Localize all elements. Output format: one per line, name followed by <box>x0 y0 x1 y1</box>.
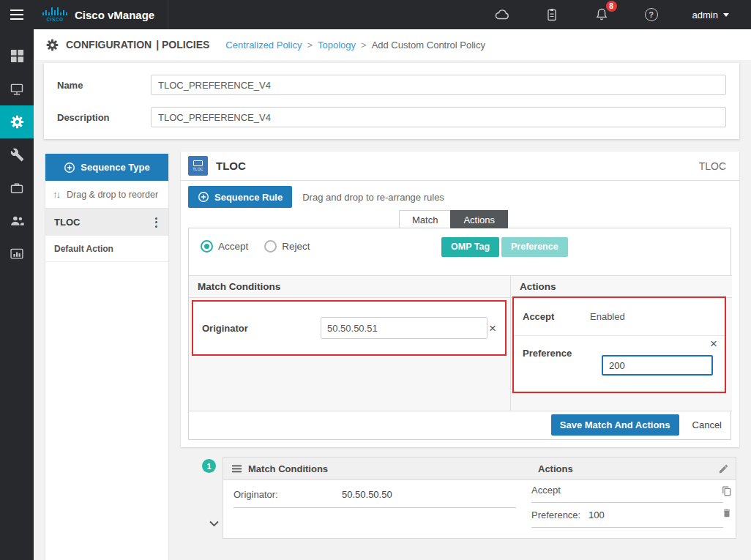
sequence-panel: Sequence Type ↑↓ Drag & drop to reorder … <box>45 154 168 560</box>
top-bar: cisco Cisco vManage 8 ? admin <box>0 0 751 29</box>
sidebar-item-configuration[interactable] <box>0 105 34 138</box>
sequence-rule-card: Match Conditions Actions Originator: 50.… <box>223 457 736 539</box>
breadcrumb: Centralized Policy > Topology > Add Cust… <box>225 40 485 51</box>
preference-input[interactable] <box>602 355 713 376</box>
topbar-actions: 8 ? admin <box>493 6 751 23</box>
sidebar-item-administration[interactable] <box>0 204 34 237</box>
reject-radio[interactable]: Reject <box>264 240 310 253</box>
reorder-hint-row: ↑↓ Drag & drop to reorder <box>45 181 168 209</box>
card-originator-value: 50.50.50.50 <box>342 489 392 500</box>
preference-chip[interactable]: Preference <box>501 237 568 257</box>
add-sequence-rule-button[interactable]: Sequence Rule <box>188 186 292 208</box>
app-title: Cisco vManage <box>75 9 154 21</box>
sidebar-item-maintenance[interactable] <box>0 171 34 204</box>
card-accept-label: Accept <box>531 485 561 496</box>
accept-status-row: Accept Enabled <box>514 298 725 336</box>
name-row: Name <box>57 74 726 96</box>
save-row: Save Match And Actions Cancel <box>189 410 732 439</box>
help-icon[interactable]: ? <box>643 6 660 23</box>
card-accept-row: Accept <box>531 485 723 503</box>
editor-title-bar: TLOC TLOC TLOC <box>181 152 739 181</box>
card-originator-label: Originator: <box>233 489 342 500</box>
page-subtitle: | POLICIES <box>156 39 209 51</box>
card-actions-title: Actions <box>538 463 573 474</box>
accept-radio-label: Accept <box>218 241 248 252</box>
expand-chevron-down-icon[interactable] <box>209 520 220 528</box>
hamburger-menu-icon[interactable] <box>0 0 34 29</box>
remove-originator-icon[interactable]: × <box>489 322 496 335</box>
default-action-item[interactable]: Default Action <box>45 236 168 262</box>
editor-title: TLOC <box>216 160 246 172</box>
match-actions-tabs: Match Actions <box>399 210 508 228</box>
sequence-number-badge: 1 <box>202 459 216 473</box>
add-sequence-type-button[interactable]: Sequence Type <box>45 154 168 181</box>
copy-icon[interactable] <box>722 486 732 496</box>
description-input[interactable] <box>151 107 726 127</box>
item-options-kebab-icon[interactable] <box>153 215 160 230</box>
conditions-area: Match Conditions Originator × Actions Ac… <box>189 275 732 411</box>
trash-icon[interactable] <box>722 508 732 518</box>
accept-reject-row: Accept Reject OMP Tag Preference <box>189 228 731 275</box>
reject-radio-label: Reject <box>282 241 310 252</box>
user-name: admin <box>692 10 718 20</box>
card-preference-value: 100 <box>589 509 605 520</box>
breadcrumb-separator: > <box>361 40 367 51</box>
rule-drag-hint: Drag and drop to re-arrange rules <box>302 192 444 203</box>
sequence-item-tloc[interactable]: TLOC <box>45 209 168 236</box>
description-row: Description <box>57 106 726 128</box>
notification-badge: 8 <box>606 1 617 12</box>
originator-input[interactable] <box>321 317 487 339</box>
accept-status-label: Accept <box>523 311 590 322</box>
preference-label: Preference <box>523 348 572 359</box>
breadcrumb-separator: > <box>307 40 313 51</box>
rule-card-body: Originator: 50.50.50.50 Accept Preferenc… <box>223 480 736 538</box>
sidebar-item-analytics[interactable] <box>0 237 34 270</box>
page-title: CONFIGURATION <box>66 39 152 51</box>
card-preference-row: Preference: 100 <box>531 509 723 528</box>
breadcrumb-topology[interactable]: Topology <box>318 40 356 51</box>
notifications-bell-icon[interactable]: 8 <box>593 6 610 23</box>
preference-row: Preference × <box>514 336 725 392</box>
cloud-icon[interactable] <box>493 6 511 23</box>
remove-preference-icon[interactable]: × <box>710 337 717 350</box>
sidebar-item-monitor[interactable] <box>0 72 34 105</box>
accept-status-value: Enabled <box>590 311 625 322</box>
tasks-clipboard-icon[interactable] <box>543 6 561 23</box>
match-conditions-column: Match Conditions Originator × <box>189 276 511 411</box>
edit-pencil-icon[interactable] <box>718 463 729 474</box>
page-header: CONFIGURATION | POLICIES Centralized Pol… <box>34 29 751 60</box>
gear-icon <box>45 38 59 52</box>
sidebar-item-dashboard[interactable] <box>0 40 34 72</box>
tab-actions[interactable]: Actions <box>450 210 508 228</box>
actions-column: Actions Accept Enabled Preference × <box>511 276 732 411</box>
card-match-title: Match Conditions <box>248 463 328 474</box>
name-input[interactable] <box>151 75 726 95</box>
card-action-icons <box>722 486 732 518</box>
accept-radio[interactable]: Accept <box>201 240 248 253</box>
cisco-logo-word: cisco <box>46 15 63 23</box>
actions-header: Actions <box>511 276 732 298</box>
sequence-item-label: TLOC <box>54 217 80 228</box>
sidebar-item-tools[interactable] <box>0 138 34 171</box>
add-sequence-rule-label: Sequence Rule <box>214 192 283 203</box>
match-conditions-header: Match Conditions <box>189 276 510 298</box>
originator-label: Originator <box>202 323 321 334</box>
action-chips: OMP Tag Preference <box>441 237 568 257</box>
tloc-type-icon: TLOC <box>188 156 208 176</box>
reorder-arrows-icon: ↑↓ <box>53 189 61 200</box>
save-match-actions-button[interactable]: Save Match And Actions <box>551 414 679 436</box>
omp-tag-chip[interactable]: OMP Tag <box>441 237 499 257</box>
reorder-hint-label: Drag & drop to reorder <box>67 190 158 200</box>
user-menu[interactable]: admin <box>692 10 729 20</box>
drag-handle-icon[interactable] <box>232 465 242 473</box>
card-originator-row: Originator: 50.50.50.50 <box>233 489 516 508</box>
cancel-button[interactable]: Cancel <box>692 419 722 430</box>
rule-card-header: Match Conditions Actions <box>223 458 736 480</box>
policy-details-card: Name Description <box>44 63 739 139</box>
rail-items <box>0 40 34 270</box>
tab-match[interactable]: Match <box>399 210 450 228</box>
rule-editor: TLOC TLOC TLOC Sequence Rule Drag and dr… <box>181 152 739 447</box>
radio-dot-icon <box>201 240 213 253</box>
breadcrumb-centralized-policy[interactable]: Centralized Policy <box>225 40 302 51</box>
add-sequence-type-label: Sequence Type <box>81 162 149 173</box>
